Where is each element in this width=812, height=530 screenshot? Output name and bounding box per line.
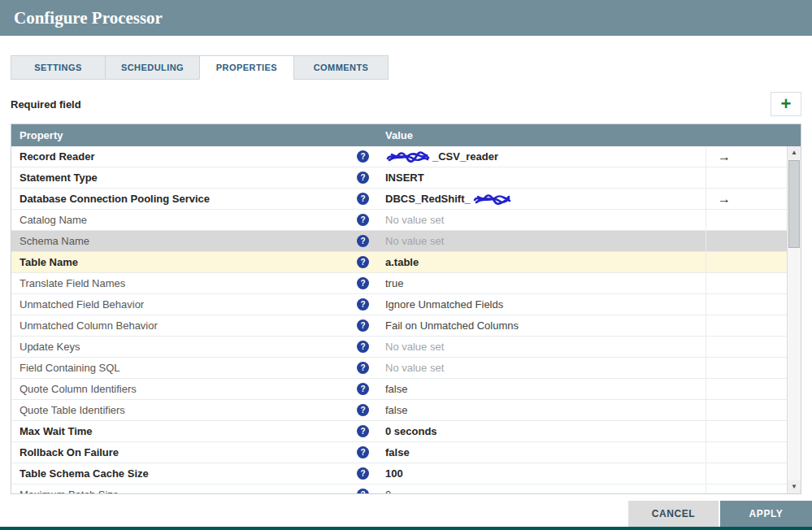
dialog-content: SETTINGS SCHEDULING PROPERTIES COMMENTS … — [0, 55, 812, 494]
property-value: _CSV_reader — [432, 150, 498, 163]
help-icon[interactable]: ? — [357, 467, 369, 480]
configure-processor-dialog: Configure Processor SETTINGS SCHEDULING … — [0, 0, 812, 530]
apply-button[interactable]: APPLY — [720, 501, 812, 527]
arrow-cell — [706, 421, 787, 441]
help-icon[interactable]: ? — [357, 383, 369, 395]
tab-properties[interactable]: PROPERTIES — [199, 55, 294, 80]
arrow-cell — [706, 231, 787, 251]
table-row[interactable]: Record Reader ? _CSV_reader → — [11, 146, 787, 167]
arrow-cell — [706, 210, 787, 230]
tab-settings[interactable]: SETTINGS — [11, 55, 106, 80]
value-cell: INSERT — [377, 167, 706, 188]
property-name: Rollback On Failure — [20, 446, 119, 458]
property-cell: Quote Table Identifiers ? — [11, 400, 377, 420]
scrollbar-thumb[interactable] — [788, 160, 800, 248]
help-icon[interactable]: ? — [357, 341, 369, 353]
add-property-button[interactable]: + — [771, 92, 801, 116]
table-row[interactable]: Quote Column Identifiers ? false — [11, 379, 787, 400]
property-value: a.table — [385, 256, 419, 268]
value-cell: No value set — [377, 231, 706, 251]
property-name: Max Wait Time — [20, 425, 93, 437]
table-row[interactable]: Unmatched Field Behavior ? Ignore Unmatc… — [11, 294, 787, 315]
table-toolbar: Required field + — [11, 91, 801, 117]
table-row[interactable]: Catalog Name ? No value set — [11, 210, 787, 231]
property-name: Record Reader — [20, 150, 94, 163]
help-icon[interactable]: ? — [357, 362, 369, 374]
tab-scheduling[interactable]: SCHEDULING — [105, 55, 200, 80]
help-icon[interactable]: ? — [357, 214, 369, 226]
table-row[interactable]: Quote Table Identifiers ? false — [11, 400, 787, 421]
value-cell: true — [377, 273, 706, 293]
property-value: false — [385, 383, 407, 395]
table-row[interactable]: Table Name ? a.table — [11, 252, 787, 273]
table-row[interactable]: Statement Type ? INSERT — [11, 167, 787, 189]
arrow-cell: → — [706, 146, 787, 167]
redaction-scribble — [385, 151, 431, 163]
help-icon[interactable]: ? — [357, 193, 369, 205]
property-name: Maximum Batch Size — [20, 489, 119, 493]
property-value: No value set — [385, 341, 444, 353]
help-icon[interactable]: ? — [357, 319, 369, 332]
table-row[interactable]: Maximum Batch Size ? 0 — [11, 484, 787, 493]
tab-comments[interactable]: COMMENTS — [293, 55, 389, 80]
arrow-cell — [706, 463, 787, 484]
property-value: No value set — [385, 235, 444, 247]
value-cell: No value set — [377, 358, 706, 378]
dialog-header: Configure Processor — [0, 0, 812, 36]
property-value: false — [385, 404, 407, 416]
table-row[interactable]: Update Keys ? No value set — [11, 337, 787, 358]
property-value: 100 — [385, 467, 403, 480]
help-icon[interactable]: ? — [357, 256, 369, 268]
value-cell: _CSV_reader — [377, 146, 706, 167]
property-cell: Unmatched Column Behavior ? — [11, 315, 377, 336]
tab-bar: SETTINGS SCHEDULING PROPERTIES COMMENTS — [11, 55, 801, 80]
property-cell: Database Connection Pooling Service ? — [11, 189, 377, 209]
scroll-up-icon[interactable]: ▲ — [788, 146, 801, 159]
table-row[interactable]: Schema Name ? No value set — [11, 231, 787, 252]
property-name: Table Schema Cache Size — [20, 467, 149, 480]
help-icon[interactable]: ? — [357, 277, 369, 289]
vertical-scrollbar[interactable]: ▲ ▼ — [787, 146, 801, 493]
cancel-button[interactable]: CANCEL — [628, 501, 719, 527]
redaction-scribble — [472, 193, 511, 205]
help-icon[interactable]: ? — [357, 298, 369, 311]
table-row[interactable]: Max Wait Time ? 0 seconds — [11, 421, 787, 442]
property-name: Update Keys — [20, 341, 80, 353]
property-value: Ignore Unmatched Fields — [385, 298, 503, 311]
property-name: Catalog Name — [20, 214, 87, 226]
help-icon[interactable]: ? — [357, 235, 369, 247]
help-icon[interactable]: ? — [357, 425, 369, 437]
table-row[interactable]: Unmatched Column Behavior ? Fail on Unma… — [11, 315, 787, 337]
property-value: No value set — [385, 362, 444, 374]
table-row[interactable]: Database Connection Pooling Service ? DB… — [11, 189, 787, 210]
table-row[interactable]: Translate Field Names ? true — [11, 273, 787, 294]
go-to-service-icon[interactable]: → — [718, 150, 731, 164]
arrow-cell: → — [706, 189, 787, 209]
arrow-cell — [706, 400, 787, 420]
help-icon[interactable]: ? — [357, 172, 369, 184]
property-cell: Maximum Batch Size ? — [11, 484, 377, 493]
property-column-header: Property — [11, 129, 377, 141]
table-row[interactable]: Field Containing SQL ? No value set — [11, 358, 787, 379]
arrow-cell — [706, 315, 787, 336]
property-value: 0 seconds — [385, 425, 437, 437]
property-name: Translate Field Names — [20, 277, 125, 289]
value-cell: false — [377, 379, 706, 399]
scroll-down-icon[interactable]: ▼ — [788, 480, 801, 493]
arrow-cell — [706, 252, 787, 272]
arrow-cell — [706, 337, 787, 357]
property-cell: Field Containing SQL ? — [11, 358, 377, 378]
property-cell: Record Reader ? — [11, 146, 377, 167]
value-cell: DBCS_RedShift_ — [377, 189, 706, 209]
help-icon[interactable]: ? — [357, 489, 369, 493]
property-cell: Update Keys ? — [11, 337, 377, 357]
property-cell: Table Name ? — [11, 252, 377, 272]
property-cell: Schema Name ? — [11, 231, 377, 251]
help-icon[interactable]: ? — [357, 150, 369, 163]
help-icon[interactable]: ? — [357, 446, 369, 458]
go-to-service-icon[interactable]: → — [718, 192, 731, 206]
property-value: Fail on Unmatched Columns — [385, 319, 519, 332]
table-row[interactable]: Table Schema Cache Size ? 100 — [11, 463, 787, 484]
help-icon[interactable]: ? — [357, 404, 369, 416]
table-row[interactable]: Rollback On Failure ? false — [11, 442, 787, 463]
